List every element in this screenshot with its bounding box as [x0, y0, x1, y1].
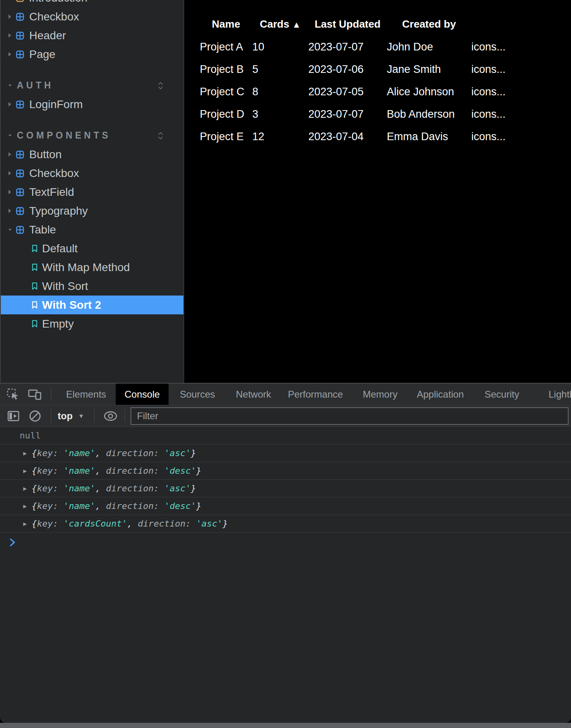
tab-sources[interactable]: Sources — [180, 384, 215, 405]
cell-created-by: John Doe — [387, 36, 471, 58]
story-table: Name Cards ▲ Last Updated Created by Pro… — [200, 12, 571, 148]
context-selector[interactable]: top ▼ — [58, 405, 84, 426]
dock-side-icon[interactable] — [7, 410, 20, 422]
object-brace: { — [32, 483, 37, 493]
collapse-section-icon[interactable] — [157, 81, 164, 90]
tab-application[interactable]: Application — [417, 384, 464, 405]
expand-triangle-icon[interactable]: ▶ — [23, 503, 32, 510]
chevron-down-icon[interactable] — [8, 134, 12, 137]
console-prompt-icon — [10, 538, 15, 547]
tab-network[interactable]: Network — [236, 384, 271, 405]
sidebar-item-textfield[interactable]: TextField — [1, 183, 183, 201]
object-preview[interactable]: {key: 'cardsCount', direction: 'asc'} — [32, 519, 228, 529]
table-row: Project C 8 2023-07-05 Alice Johnson ico… — [200, 80, 571, 103]
sidebar-item-checkbox[interactable]: Checkbox — [1, 164, 183, 183]
object-preview[interactable]: {key: 'name', direction: 'asc'} — [32, 448, 196, 458]
sidebar-story-with-map-method[interactable]: With Map Method — [1, 258, 183, 277]
cell-cards: 12 — [252, 125, 308, 148]
object-brace: } — [223, 519, 228, 529]
toolbar-separator — [51, 409, 51, 422]
chevron-down-icon[interactable] — [8, 84, 12, 87]
object-brace: } — [191, 483, 196, 493]
collapse-section-icon[interactable] — [157, 131, 164, 140]
tab-memory[interactable]: Memory — [363, 384, 398, 405]
cell-created-by: Alice Johnson — [387, 80, 471, 103]
sidebar-item-typography[interactable]: Typography — [1, 201, 183, 220]
console-prompt[interactable] — [0, 533, 571, 552]
sidebar-story-with-sort[interactable]: With Sort — [1, 277, 183, 296]
cell-actions[interactable]: icons... — [471, 125, 571, 148]
column-header-created-by[interactable]: Created by — [387, 12, 471, 36]
tab-performance[interactable]: Performance — [288, 384, 343, 405]
tab-lighthouse[interactable]: Lighthouse — [549, 384, 571, 405]
sidebar-item-label: Checkbox — [29, 167, 79, 180]
chevron-right-icon[interactable] — [8, 33, 12, 38]
sidebar-section-auth[interactable]: AUTH — [1, 76, 183, 95]
column-header-label: Cards — [260, 18, 290, 30]
object-string-value: 'name' — [63, 483, 95, 493]
cell-cards: 5 — [252, 58, 308, 80]
cell-created-by: Emma Davis — [387, 125, 471, 148]
sidebar-item-button[interactable]: Button — [1, 145, 183, 164]
expand-triangle-icon[interactable]: ▶ — [23, 450, 32, 457]
chevron-right-icon[interactable] — [8, 208, 12, 213]
sidebar-item-introduction[interactable]: Introduction — [1, 0, 183, 7]
column-header-name[interactable]: Name — [200, 12, 252, 36]
tab-security[interactable]: Security — [485, 384, 519, 405]
component-grid-icon — [16, 169, 24, 177]
column-header-last-updated[interactable]: Last Updated — [308, 12, 387, 36]
cell-created-by: Bob Anderson — [387, 103, 471, 125]
cell-actions[interactable]: icons... — [471, 58, 571, 80]
object-preview[interactable]: {key: 'name', direction: 'desc'} — [32, 466, 201, 476]
column-header-cards[interactable]: Cards ▲ — [252, 12, 308, 36]
object-key: direction: — [106, 448, 164, 458]
sidebar-story-empty[interactable]: Empty — [1, 314, 183, 333]
console-filter-input[interactable] — [131, 407, 569, 425]
sidebar-item-header[interactable]: Header — [1, 26, 183, 45]
object-preview[interactable]: {key: 'name', direction: 'asc'} — [32, 483, 196, 493]
cell-actions[interactable]: icons... — [471, 103, 571, 125]
object-string-value: 'desc' — [164, 501, 196, 511]
chevron-down-icon[interactable] — [8, 228, 12, 231]
sidebar-story-with-sort-2-selected[interactable]: With Sort 2 — [1, 296, 183, 314]
clear-console-icon[interactable] — [29, 410, 41, 422]
live-expression-eye-icon[interactable] — [103, 411, 118, 421]
table-row: Project E 12 2023-07-04 Emma Davis icons… — [200, 125, 571, 148]
sidebar-item-loginform[interactable]: LoginForm — [1, 95, 183, 114]
sidebar-item-page[interactable]: Page — [1, 45, 183, 64]
expand-triangle-icon[interactable]: ▶ — [23, 520, 32, 527]
device-toolbar-icon[interactable] — [28, 388, 42, 400]
cell-name: Project D — [200, 103, 252, 125]
cell-actions[interactable]: icons... — [471, 80, 571, 103]
object-string-value: 'asc' — [164, 448, 191, 458]
sidebar-item-checkbox-top[interactable]: Checkbox — [1, 7, 183, 26]
chevron-right-icon[interactable] — [8, 171, 12, 176]
object-string-value: 'name' — [63, 466, 95, 476]
object-preview[interactable]: {key: 'name', direction: 'desc'} — [32, 501, 201, 511]
expand-triangle-icon[interactable]: ▶ — [23, 485, 32, 492]
cell-created-by: Jane Smith — [387, 58, 471, 80]
chevron-right-icon[interactable] — [8, 52, 12, 57]
expand-triangle-icon[interactable]: ▶ — [23, 467, 32, 475]
chevron-right-icon[interactable] — [8, 102, 12, 107]
component-grid-icon — [16, 188, 24, 196]
sidebar-item-label: Header — [29, 29, 66, 42]
sidebar: Introduction Checkbox Header Page AUTH L… — [0, 0, 183, 383]
cell-updated: 2023-07-07 — [308, 36, 387, 58]
console-message-object: ▶ {key: 'name', direction: 'desc'} — [0, 462, 571, 480]
sidebar-story-default[interactable]: Default — [1, 239, 183, 258]
tab-console-active[interactable]: Console — [116, 384, 169, 405]
cell-name: Project B — [200, 58, 252, 80]
sidebar-item-table[interactable]: Table — [1, 220, 183, 239]
sidebar-item-label: LoginForm — [29, 98, 83, 111]
tab-elements[interactable]: Elements — [66, 384, 106, 405]
chevron-right-icon[interactable] — [8, 189, 12, 195]
object-key: direction: — [106, 501, 164, 511]
sidebar-section-components[interactable]: COMPONENTS — [1, 126, 183, 145]
chevron-right-icon[interactable] — [8, 14, 12, 19]
chevron-right-icon[interactable] — [8, 152, 12, 157]
cell-actions[interactable]: icons... — [471, 36, 571, 58]
object-string-value: 'cardsCount' — [63, 519, 127, 529]
story-label: With Sort — [42, 280, 88, 293]
inspect-element-icon[interactable] — [6, 388, 20, 401]
